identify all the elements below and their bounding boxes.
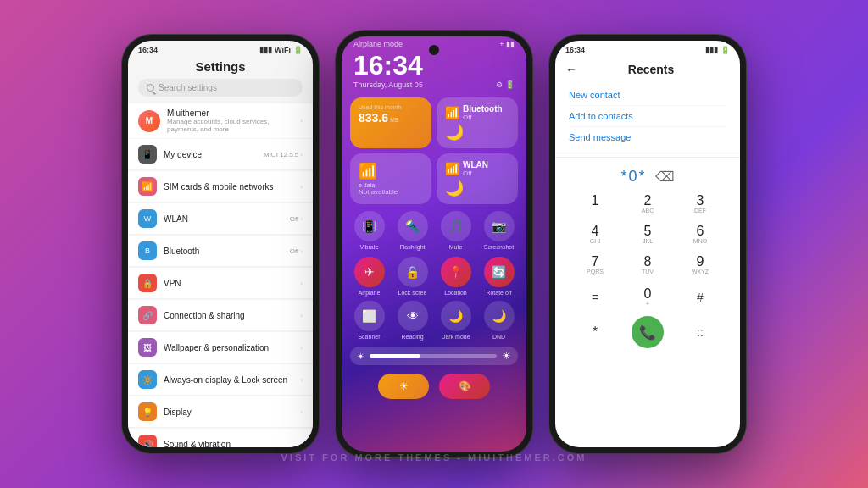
- key-number: 3: [697, 194, 704, 208]
- action-rotate[interactable]: 🔄 Rotate off: [480, 257, 518, 296]
- new-contact-action[interactable]: New contact: [569, 85, 726, 106]
- recents-title: Recents: [584, 63, 730, 76]
- airplane-btn[interactable]: ✈: [354, 257, 385, 287]
- location-btn[interactable]: 📍: [441, 257, 471, 287]
- dial-key-7[interactable]: 7 PQRS: [569, 250, 621, 280]
- dial-key-9[interactable]: 9 WXYZ: [674, 250, 726, 280]
- chevron-right-icon: ›: [300, 247, 303, 255]
- bt-title: Bluetooth: [463, 104, 503, 114]
- chevron-right-icon: ›: [300, 312, 303, 319]
- settings-item-miuithemer[interactable]: M Miuithemer Manage accounts, cloud serv…: [128, 103, 313, 138]
- settings-item-display[interactable]: 💡 Display ›: [128, 396, 313, 428]
- recents-screen: 16:34 ▮▮▮ 🔋 ← Recents New contact Add to…: [555, 41, 740, 447]
- settings-item-my-device[interactable]: 📱 My device MIUI 12.5.5 ›: [128, 139, 313, 170]
- cc-bottom-row: ☀ 🎨: [342, 369, 526, 402]
- call-button[interactable]: 📞: [632, 316, 664, 348]
- flashlight-label: Flashlight: [400, 244, 426, 250]
- grid-icon: ::: [697, 325, 704, 339]
- reading-btn[interactable]: 👁: [398, 301, 428, 331]
- dark-mode-btn[interactable]: 🌙: [441, 301, 471, 331]
- settings-item-vpn[interactable]: 🔒 VPN ›: [128, 268, 313, 299]
- dial-key-2[interactable]: 2 ABC: [621, 189, 674, 219]
- item-content: Bluetooth: [164, 247, 290, 256]
- bluetooth-icon: B: [138, 241, 157, 260]
- item-label: Always-on display & Lock screen: [164, 375, 300, 385]
- settings-item-wlan[interactable]: W WLAN Off ›: [128, 203, 313, 235]
- dial-key-0[interactable]: 0 +: [621, 282, 674, 313]
- cc-toggles: 📳 Vibrate 🔦 Flashlight 🎵 Mute 📷 Screensh…: [342, 208, 526, 253]
- key-number: 1: [592, 194, 599, 208]
- settings-screen: 16:34 ▮▮▮ WiFi 🔋 Settings Search setting…: [128, 41, 313, 447]
- search-bar[interactable]: Search settings: [138, 79, 303, 97]
- rotate-btn[interactable]: 🔄: [484, 257, 515, 287]
- cc-brightness[interactable]: ☀ ☀: [350, 347, 518, 365]
- add-to-contacts-action[interactable]: Add to contacts: [569, 106, 726, 127]
- mute-btn[interactable]: 🎵: [441, 211, 471, 241]
- red-btn[interactable]: 🎨: [439, 374, 490, 399]
- screenshot-btn[interactable]: 📷: [484, 211, 515, 241]
- dial-equals[interactable]: =: [569, 282, 621, 313]
- back-button[interactable]: ←: [565, 63, 577, 76]
- dial-grid-icon[interactable]: ::: [674, 325, 726, 339]
- item-content: VPN: [164, 279, 300, 288]
- dial-key-6[interactable]: 6 MNO: [674, 219, 726, 250]
- dial-key-5[interactable]: 5 JKL: [621, 219, 674, 250]
- key-letters: +: [646, 301, 649, 308]
- sun-btn[interactable]: ☀: [378, 374, 429, 399]
- storage-unit: MB: [390, 117, 399, 123]
- dnd-btn[interactable]: 🌙: [484, 301, 515, 331]
- bluetooth-card[interactable]: 📶 Bluetooth Off 🌙: [437, 97, 518, 148]
- settings-item-sim-cards[interactable]: 📶 SIM cards & mobile networks ›: [128, 171, 313, 202]
- search-icon: [147, 84, 154, 92]
- chevron-right-icon: ›: [300, 376, 303, 384]
- settings-item-connection-sharing[interactable]: 🔗 Connection & sharing ›: [128, 300, 313, 331]
- action-location[interactable]: 📍 Location: [437, 257, 475, 296]
- dial-grid: 1 2 ABC 3 DEF 4 GHI: [555, 189, 740, 280]
- toggle-vibrate[interactable]: 📳 Vibrate: [350, 211, 388, 250]
- action-lock-screen[interactable]: 🔒 Lock scree: [393, 257, 431, 296]
- settings-item-wallpaper[interactable]: 🖼 Wallpaper & personalization ›: [128, 332, 313, 363]
- dial-hash[interactable]: #: [674, 282, 726, 313]
- key-letters: TUV: [642, 269, 654, 275]
- dial-asterisk[interactable]: *: [569, 324, 621, 340]
- flashlight-btn[interactable]: 🔦: [398, 211, 428, 241]
- toggle-flashlight[interactable]: 🔦 Flashlight: [393, 211, 431, 250]
- sound-icon: 🔊: [138, 435, 157, 447]
- left-time: 16:34: [138, 46, 158, 54]
- action-airplane[interactable]: ✈ Airplane: [350, 257, 388, 296]
- chevron-right-icon: ›: [300, 441, 303, 448]
- wlan-status: Off: [463, 169, 488, 177]
- item-content: Miuithemer Manage accounts, cloud servic…: [167, 108, 300, 133]
- send-message-action[interactable]: Send message: [569, 127, 726, 147]
- vibrate-btn[interactable]: 📳: [354, 211, 385, 241]
- lock-screen-btn[interactable]: 🔒: [398, 257, 428, 287]
- settings-item-always-on[interactable]: 🔆 Always-on display & Lock screen ›: [128, 364, 313, 396]
- item-content: Always-on display & Lock screen: [164, 375, 300, 385]
- settings-item-bluetooth[interactable]: B Bluetooth Off ›: [128, 236, 313, 267]
- toggle-reading[interactable]: 👁 Reading: [393, 301, 431, 340]
- wlan-card[interactable]: 📶 WLAN Off 🌙: [437, 153, 518, 204]
- dial-key-4[interactable]: 4 GHI: [569, 219, 621, 250]
- data-signal-icon: 📶: [359, 162, 423, 180]
- key-letters: MNO: [693, 238, 707, 245]
- backspace-button[interactable]: ⌫: [655, 169, 675, 185]
- dial-key-3[interactable]: 3 DEF: [674, 189, 726, 219]
- toggle-mute[interactable]: 🎵 Mute: [437, 211, 475, 250]
- hash-symbol: #: [697, 291, 704, 304]
- dial-key-1[interactable]: 1: [569, 189, 621, 219]
- settings-item-sound[interactable]: 🔊 Sound & vibration ›: [128, 429, 313, 447]
- key-number: 7: [592, 255, 599, 269]
- toggle-dnd[interactable]: 🌙 DND: [480, 301, 518, 340]
- cc-top-icons: + ▮▮: [499, 40, 515, 48]
- data-card[interactable]: 📶 e data Not available: [350, 153, 431, 204]
- divider: [555, 157, 740, 158]
- scanner-btn[interactable]: ⬜: [354, 301, 385, 331]
- dial-key-8[interactable]: 8 TUV: [621, 250, 674, 280]
- toggle-screenshot[interactable]: 📷 Screenshot: [480, 211, 518, 250]
- storage-card[interactable]: Used this month 833.6 MB: [350, 97, 431, 148]
- toggle-scanner[interactable]: ⬜ Scanner: [350, 301, 388, 340]
- dial-bottom: = 0 + #: [555, 280, 740, 314]
- item-right: Off ›: [290, 215, 303, 223]
- key-number: 2: [644, 194, 652, 208]
- toggle-dark-mode[interactable]: 🌙 Dark mode: [437, 301, 475, 340]
